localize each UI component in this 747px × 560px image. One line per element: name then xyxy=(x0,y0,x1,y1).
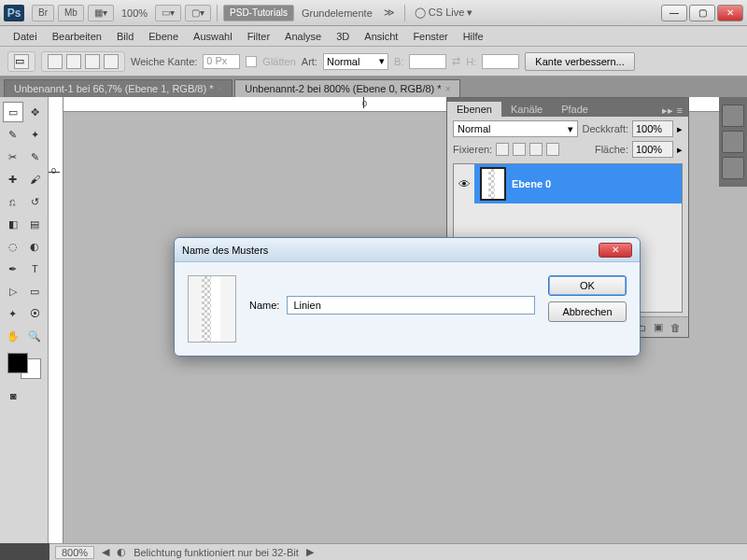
minibridge-button[interactable]: Mb xyxy=(58,5,84,21)
pattern-preview xyxy=(188,275,236,343)
arrange-button[interactable]: ▭▾ xyxy=(155,5,181,21)
height-input[interactable] xyxy=(482,54,519,69)
status-bar: 800% ◀ ◐ Belichtung funktioniert nur bei… xyxy=(49,543,747,560)
menu-filter[interactable]: Filter xyxy=(240,31,277,42)
delete-layer-icon[interactable]: 🗑 xyxy=(670,322,681,333)
layer-row[interactable]: 👁 Ebene 0 xyxy=(454,164,682,203)
3d-tool[interactable]: ✦ xyxy=(3,303,23,324)
shape-tool[interactable]: ▭ xyxy=(25,281,46,301)
dodge-tool[interactable]: ◐ xyxy=(25,236,46,257)
eyedropper-tool[interactable]: ✎ xyxy=(25,147,46,167)
brush-tool[interactable]: 🖌 xyxy=(25,169,46,189)
menu-ebene[interactable]: Ebene xyxy=(141,31,186,42)
tab-ebenen[interactable]: Ebenen xyxy=(447,102,501,117)
pen-tool[interactable]: ✒ xyxy=(3,259,23,279)
panel-collapse-icon[interactable]: ▸▸ xyxy=(662,105,673,117)
style-select[interactable]: Normal▾ xyxy=(323,53,388,70)
marquee-tool[interactable]: ▭ xyxy=(3,102,23,122)
blend-mode-select[interactable]: Normal▾ xyxy=(453,120,578,137)
color-swatches[interactable] xyxy=(7,353,41,379)
new-layer-icon[interactable]: ▣ xyxy=(654,321,663,333)
cancel-button[interactable]: Abbrechen xyxy=(548,301,627,322)
dock-styles-icon[interactable] xyxy=(722,157,744,179)
heal-tool[interactable]: ✚ xyxy=(3,169,23,189)
status-zoom[interactable]: 800% xyxy=(55,546,94,559)
lock-all-icon[interactable] xyxy=(546,143,559,156)
close-icon[interactable]: × xyxy=(445,84,451,94)
path-sel-tool[interactable]: ▷ xyxy=(3,281,23,301)
fill-input[interactable]: 100% xyxy=(632,141,673,158)
width-input[interactable] xyxy=(409,54,446,69)
feather-input[interactable]: 0 Px xyxy=(203,54,240,69)
stamp-tool[interactable]: ⎌ xyxy=(3,191,23,212)
panel-menu-icon[interactable]: ≡ xyxy=(677,105,683,117)
status-menu-icon[interactable]: ▶ xyxy=(306,546,314,558)
antialias-check[interactable] xyxy=(246,56,257,67)
menu-ansicht[interactable]: Ansicht xyxy=(357,31,405,42)
workspace-more[interactable]: ≫ xyxy=(378,7,401,19)
dialog-close-button[interactable]: ✕ xyxy=(599,243,632,258)
ps-logo-icon: Ps xyxy=(4,5,24,21)
tab-kanale[interactable]: Kanäle xyxy=(501,102,552,117)
visibility-eye-icon[interactable]: 👁 xyxy=(454,164,474,203)
blur-tool[interactable]: ◌ xyxy=(3,236,23,257)
swap-wh-icon[interactable]: ⇄ xyxy=(452,55,460,67)
close-icon[interactable]: × xyxy=(217,84,222,94)
type-tool[interactable]: T xyxy=(25,259,46,279)
menu-bearbeiten[interactable]: Bearbeiten xyxy=(45,31,109,42)
dialog-titlebar[interactable]: Name des Musters ✕ xyxy=(175,238,640,262)
psd-tutorials-button[interactable]: PSD-Tutorials xyxy=(223,5,294,21)
dialog-title: Name des Musters xyxy=(182,245,268,256)
sel-add-icon[interactable] xyxy=(66,54,81,69)
lock-position-icon[interactable] xyxy=(529,143,543,156)
eraser-tool[interactable]: ◧ xyxy=(3,214,23,234)
workspace-grundelemente[interactable]: Grundelemente xyxy=(296,7,378,19)
history-brush-tool[interactable]: ↺ xyxy=(25,191,46,212)
lock-transparency-icon[interactable] xyxy=(496,143,509,156)
lock-pixels-icon[interactable] xyxy=(513,143,526,156)
pattern-name-input[interactable] xyxy=(287,296,535,315)
refine-edge-button[interactable]: Kante verbessern... xyxy=(525,52,634,71)
layer-thumbnail[interactable] xyxy=(480,167,506,201)
layer-name[interactable]: Ebene 0 xyxy=(512,178,551,189)
bridge-button[interactable]: Br xyxy=(32,5,54,21)
menu-analyse[interactable]: Analyse xyxy=(277,31,329,42)
quickmask-button[interactable]: ◙ xyxy=(3,385,23,406)
gradient-tool[interactable]: ▤ xyxy=(25,214,46,234)
zoom-tool[interactable]: 🔍 xyxy=(25,326,46,346)
menu-hilfe[interactable]: Hilfe xyxy=(456,31,491,42)
viewopts-button[interactable]: ▦▾ xyxy=(88,5,114,21)
doc-tab-2[interactable]: Unbenannt-2 bei 800% (Ebene 0, RGB/8) *× xyxy=(234,79,460,97)
lasso-tool[interactable]: ✎ xyxy=(3,124,23,145)
close-button[interactable]: ✕ xyxy=(717,5,743,21)
crop-tool[interactable]: ✂ xyxy=(3,147,23,167)
ok-button[interactable]: OK xyxy=(548,275,627,296)
sel-intersect-icon[interactable] xyxy=(104,54,119,69)
hand-tool[interactable]: ✋ xyxy=(3,326,23,346)
wand-tool[interactable]: ✦ xyxy=(25,124,46,145)
screen-mode-button[interactable]: ▢▾ xyxy=(185,5,211,21)
sel-new-icon[interactable] xyxy=(48,54,63,69)
doc-tab-1[interactable]: Unbenannt-1 bei 66,7% (Ebene 1, RGB/8) *… xyxy=(4,79,233,97)
sel-sub-icon[interactable] xyxy=(85,54,100,69)
status-nav-icon[interactable]: ◀ xyxy=(102,546,109,558)
fill-slider-icon[interactable]: ▸ xyxy=(677,144,683,156)
zoom-level[interactable]: 100% xyxy=(116,7,153,19)
minimize-button[interactable]: ― xyxy=(661,5,687,21)
status-expose-icon[interactable]: ◐ xyxy=(117,546,126,558)
menu-auswahl[interactable]: Auswahl xyxy=(186,31,240,42)
dock-swatches-icon[interactable] xyxy=(722,105,744,127)
maximize-button[interactable]: ▢ xyxy=(689,5,715,21)
dock-adjustments-icon[interactable] xyxy=(722,131,744,153)
menu-fenster[interactable]: Fenster xyxy=(405,31,455,42)
menu-datei[interactable]: Datei xyxy=(6,31,45,42)
move-tool[interactable]: ✥ xyxy=(25,102,46,122)
cs-live[interactable]: ◯ CS Live ▾ xyxy=(409,7,479,19)
ruler-vertical[interactable]: 0 xyxy=(49,97,63,543)
tab-pfade[interactable]: Pfade xyxy=(552,102,598,117)
opacity-input[interactable]: 100% xyxy=(632,120,673,137)
opacity-slider-icon[interactable]: ▸ xyxy=(677,123,683,135)
3d-cam-tool[interactable]: ⦿ xyxy=(25,303,46,324)
menu-bild[interactable]: Bild xyxy=(109,31,141,42)
menu-3d[interactable]: 3D xyxy=(329,31,357,42)
